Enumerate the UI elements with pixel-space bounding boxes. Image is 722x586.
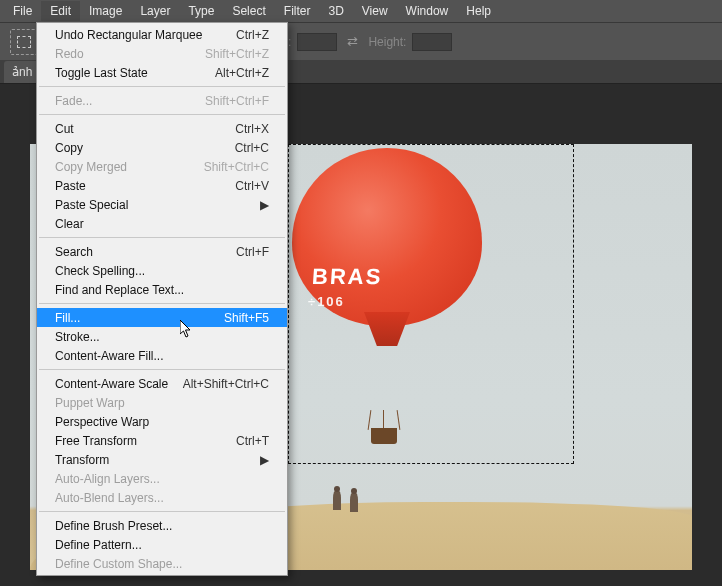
menu-item-check-spelling[interactable]: Check Spelling... — [37, 261, 287, 280]
menu-separator — [39, 114, 285, 115]
menu-file[interactable]: File — [4, 1, 41, 21]
menu-item-label: Redo — [55, 47, 84, 61]
menu-item-label: Copy Merged — [55, 160, 127, 174]
menu-item-label: Check Spelling... — [55, 264, 145, 278]
menu-item-shortcut: Ctrl+C — [235, 141, 269, 155]
menu-item-cut[interactable]: CutCtrl+X — [37, 119, 287, 138]
menu-item-copy[interactable]: CopyCtrl+C — [37, 138, 287, 157]
menu-item-label: Clear — [55, 217, 84, 231]
menu-separator — [39, 86, 285, 87]
menu-view[interactable]: View — [353, 1, 397, 21]
menu-item-label: Content-Aware Scale — [55, 377, 168, 391]
menu-item-shortcut: Shift+Ctrl+Z — [205, 47, 269, 61]
menu-item-label: Transform — [55, 453, 109, 467]
menu-item-shortcut: Ctrl+V — [235, 179, 269, 193]
menubar: FileEditImageLayerTypeSelectFilter3DView… — [0, 0, 722, 22]
menu-item-shortcut: Shift+Ctrl+F — [205, 94, 269, 108]
swap-dimensions-icon: ⇄ — [347, 34, 358, 49]
menu-item-auto-blend-layers: Auto-Blend Layers... — [37, 488, 287, 507]
menu-item-label: Define Custom Shape... — [55, 557, 182, 571]
menu-help[interactable]: Help — [457, 1, 500, 21]
menu-item-shortcut: Shift+Ctrl+C — [204, 160, 269, 174]
menu-item-toggle-last-state[interactable]: Toggle Last StateAlt+Ctrl+Z — [37, 63, 287, 82]
submenu-arrow-icon: ▶ — [252, 453, 269, 467]
person-figure — [333, 490, 341, 510]
menu-item-label: Free Transform — [55, 434, 137, 448]
menu-item-label: Find and Replace Text... — [55, 283, 184, 297]
menu-separator — [39, 511, 285, 512]
menu-item-search[interactable]: SearchCtrl+F — [37, 242, 287, 261]
menu-separator — [39, 303, 285, 304]
menu-item-shortcut: Ctrl+T — [236, 434, 269, 448]
rectangular-marquee-tool-icon[interactable] — [10, 29, 38, 55]
menu-item-label: Perspective Warp — [55, 415, 149, 429]
menu-item-label: Auto-Align Layers... — [55, 472, 160, 486]
height-label: Height: — [368, 35, 406, 49]
document-tab[interactable]: ảnh — [4, 61, 40, 83]
menu-item-label: Stroke... — [55, 330, 100, 344]
menu-item-content-aware-scale[interactable]: Content-Aware ScaleAlt+Shift+Ctrl+C — [37, 374, 287, 393]
submenu-arrow-icon: ▶ — [252, 198, 269, 212]
menu-layer[interactable]: Layer — [131, 1, 179, 21]
menu-item-label: Define Brush Preset... — [55, 519, 172, 533]
menu-item-paste[interactable]: PasteCtrl+V — [37, 176, 287, 195]
menu-item-transform[interactable]: Transform▶ — [37, 450, 287, 469]
menu-item-shortcut: Ctrl+Z — [236, 28, 269, 42]
menu-item-perspective-warp[interactable]: Perspective Warp — [37, 412, 287, 431]
person-figure — [350, 492, 358, 512]
menu-item-shortcut: Shift+F5 — [224, 311, 269, 325]
menu-item-paste-special[interactable]: Paste Special▶ — [37, 195, 287, 214]
menu-item-label: Cut — [55, 122, 74, 136]
menu-item-find-and-replace-text[interactable]: Find and Replace Text... — [37, 280, 287, 299]
menu-item-label: Puppet Warp — [55, 396, 125, 410]
menu-item-label: Auto-Blend Layers... — [55, 491, 164, 505]
menu-item-shortcut: Ctrl+X — [235, 122, 269, 136]
menu-3d[interactable]: 3D — [319, 1, 352, 21]
menu-item-puppet-warp: Puppet Warp — [37, 393, 287, 412]
menu-item-label: Copy — [55, 141, 83, 155]
height-control: Height: — [368, 33, 452, 51]
menu-item-label: Content-Aware Fill... — [55, 349, 164, 363]
menu-item-fade: Fade...Shift+Ctrl+F — [37, 91, 287, 110]
menu-item-undo-rectangular-marquee[interactable]: Undo Rectangular MarqueeCtrl+Z — [37, 25, 287, 44]
menu-item-content-aware-fill[interactable]: Content-Aware Fill... — [37, 346, 287, 365]
tab-label: ảnh — [12, 65, 32, 79]
menu-separator — [39, 369, 285, 370]
menu-item-label: Undo Rectangular Marquee — [55, 28, 202, 42]
menu-separator — [39, 237, 285, 238]
menu-item-redo: RedoShift+Ctrl+Z — [37, 44, 287, 63]
menu-item-label: Toggle Last State — [55, 66, 148, 80]
menu-item-define-custom-shape: Define Custom Shape... — [37, 554, 287, 573]
menu-item-define-pattern[interactable]: Define Pattern... — [37, 535, 287, 554]
menu-item-label: Paste Special — [55, 198, 128, 212]
height-input — [412, 33, 452, 51]
menu-select[interactable]: Select — [223, 1, 274, 21]
edit-menu: Undo Rectangular MarqueeCtrl+ZRedoShift+… — [36, 22, 288, 576]
selection-marquee[interactable] — [288, 144, 574, 464]
menu-item-label: Fade... — [55, 94, 92, 108]
menu-item-shortcut: Alt+Ctrl+Z — [215, 66, 269, 80]
menu-item-define-brush-preset[interactable]: Define Brush Preset... — [37, 516, 287, 535]
menu-item-auto-align-layers: Auto-Align Layers... — [37, 469, 287, 488]
menu-window[interactable]: Window — [397, 1, 458, 21]
menu-item-fill[interactable]: Fill...Shift+F5 — [37, 308, 287, 327]
menu-item-shortcut: Alt+Shift+Ctrl+C — [183, 377, 269, 391]
menu-item-label: Paste — [55, 179, 86, 193]
menu-image[interactable]: Image — [80, 1, 131, 21]
menu-edit[interactable]: Edit — [41, 1, 80, 21]
menu-filter[interactable]: Filter — [275, 1, 320, 21]
menu-item-label: Define Pattern... — [55, 538, 142, 552]
menu-item-copy-merged: Copy MergedShift+Ctrl+C — [37, 157, 287, 176]
menu-item-free-transform[interactable]: Free TransformCtrl+T — [37, 431, 287, 450]
menu-item-stroke[interactable]: Stroke... — [37, 327, 287, 346]
menu-item-clear[interactable]: Clear — [37, 214, 287, 233]
menu-item-shortcut: Ctrl+F — [236, 245, 269, 259]
menu-type[interactable]: Type — [179, 1, 223, 21]
menu-item-label: Search — [55, 245, 93, 259]
menu-item-label: Fill... — [55, 311, 80, 325]
width-input — [297, 33, 337, 51]
